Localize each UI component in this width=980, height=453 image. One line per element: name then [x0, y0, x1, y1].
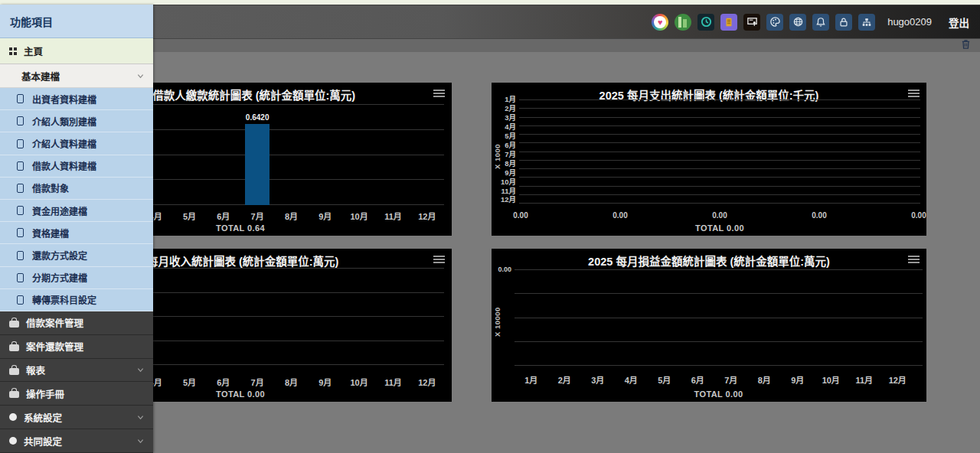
- x-axis-label: 7月: [240, 210, 274, 222]
- x-tick-label: 0.00: [908, 211, 929, 220]
- clock-icon[interactable]: [697, 14, 714, 31]
- sidebar-item-label: 報表: [26, 363, 45, 377]
- category-label: 11月: [496, 187, 516, 195]
- sidebar-item-loan-cases[interactable]: 借款案件管理: [0, 311, 153, 335]
- sidebar-item-reports[interactable]: 報表: [0, 359, 153, 383]
- sidebar-sub-item[interactable]: 出資者資料建檔: [0, 88, 153, 110]
- x-tick-label: 0.00: [510, 211, 531, 220]
- page-icon: [17, 206, 24, 215]
- total-label: TOTAL 0.00: [514, 389, 923, 399]
- category-label: 1月: [496, 96, 516, 103]
- y-axis-scale-label: X 10000: [493, 292, 501, 353]
- sidebar-sub-item[interactable]: 資格建檔: [0, 222, 153, 244]
- sitemap-icon[interactable]: [858, 14, 875, 31]
- chart-menu-icon[interactable]: [433, 256, 445, 265]
- sidebar-sub-item[interactable]: 借款對象: [0, 178, 153, 200]
- x-tick-label: 0.00: [609, 211, 631, 220]
- category-label: 12月: [496, 196, 516, 204]
- sidebar-item-label: 共同設定: [24, 434, 62, 448]
- sidebar-sub-item-label: 分期方式建檔: [32, 271, 87, 284]
- x-axis-label: 3月: [581, 373, 615, 386]
- x-axis-label: 2月: [548, 373, 582, 386]
- category-labels: 1月2月3月4月5月6月7月8月9月10月11月12月: [496, 96, 516, 204]
- chart-menu-icon[interactable]: [908, 90, 920, 99]
- x-axis-label: 10月: [342, 210, 376, 222]
- globe-icon[interactable]: [789, 14, 806, 31]
- chart-menu-icon[interactable]: [908, 256, 920, 265]
- x-axis-label: 8月: [274, 376, 308, 388]
- colorful-logo-icon[interactable]: ♥: [652, 14, 668, 31]
- category-label: 5月: [496, 132, 516, 140]
- briefcase-icon: [9, 344, 19, 351]
- logout-button[interactable]: 登出: [949, 15, 969, 30]
- page-icon: [17, 116, 24, 125]
- briefcase-icon: [9, 391, 19, 398]
- sidebar-item-label: 系統設定: [24, 410, 62, 425]
- x-axis-label: 6月: [681, 373, 715, 386]
- trash-icon[interactable]: [961, 39, 971, 53]
- bar-value-label: 0.6420: [246, 113, 270, 122]
- sidebar-item-case-repayment[interactable]: 案件還款管理: [0, 335, 153, 359]
- profit-chart-panel: 2025 每月損益金額統計圖表 (統計金額單位:萬元) X 10000 0.00…: [492, 249, 926, 402]
- sidebar-sub-item[interactable]: 介紹人類別建檔: [0, 110, 153, 132]
- sidebar-sub-item[interactable]: 轉傳票科目設定: [0, 289, 153, 311]
- sidebar-sub-item-label: 資金用途建檔: [32, 204, 87, 217]
- x-axis-label: 9月: [309, 210, 342, 222]
- x-axis-label: 10月: [815, 373, 848, 386]
- scroll-icon[interactable]: [720, 14, 737, 31]
- page-icon: [17, 94, 24, 103]
- x-axis-label: 11月: [376, 210, 410, 222]
- gridlines: [514, 269, 923, 366]
- x-axis-label: 11月: [376, 376, 410, 388]
- heart-glyph: ♥: [654, 16, 666, 28]
- category-label: 6月: [496, 142, 516, 149]
- home-grid-icon: [9, 47, 17, 55]
- sidebar-sub-item[interactable]: 資金用途建檔: [0, 200, 153, 222]
- sidebar-item-label: 借款案件管理: [26, 315, 83, 330]
- plot-area-4: [514, 269, 923, 366]
- chevron-down-icon: [137, 73, 144, 80]
- sidebar-sub-item-label: 還款方式設定: [32, 249, 87, 262]
- sidebar-sub-item[interactable]: 借款人資料建檔: [0, 155, 153, 178]
- sidebar-sub-item[interactable]: 介紹人資料建檔: [0, 132, 153, 155]
- chart-menu-icon[interactable]: [433, 90, 445, 99]
- lock-icon[interactable]: [835, 14, 852, 31]
- category-label: 8月: [496, 160, 516, 168]
- sidebar-sub-item[interactable]: 還款方式設定: [0, 244, 153, 266]
- sidebar-sub-item-label: 出資者資料建檔: [32, 93, 96, 106]
- briefcase-icon: [9, 321, 19, 328]
- x-axis-label: 6月: [207, 376, 240, 388]
- x-axis-label: 12月: [410, 210, 444, 222]
- sidebar-sub-item-label: 借款對象: [32, 181, 69, 194]
- x-axis-label: 7月: [240, 376, 274, 388]
- chart-title: 2025 每月損益金額統計圖表 (統計金額單位:萬元): [492, 253, 926, 269]
- sidebar-item-system-settings[interactable]: 系統設定: [0, 406, 153, 429]
- bell-icon[interactable]: [812, 14, 829, 31]
- sidebar-item-common-settings[interactable]: 共同設定: [0, 429, 153, 453]
- page-icon: [17, 139, 24, 148]
- sidebar-group-basic-setup[interactable]: 基本建檔: [0, 64, 153, 88]
- x-tick-label: 0.00: [808, 211, 830, 220]
- sidebar-item-home[interactable]: 主頁: [0, 38, 153, 64]
- x-axis-label: 8月: [748, 373, 782, 386]
- x-axis-label: 8月: [274, 210, 308, 222]
- x-axis-label: 5月: [172, 376, 206, 388]
- category-label: 10月: [496, 178, 516, 186]
- presentation-board-icon[interactable]: [743, 14, 760, 31]
- sidebar-sub-item-label: 資格建檔: [32, 226, 69, 240]
- sidebar-dark-items: 借款案件管理 案件還款管理 報表 操作手冊 系統設定 共同設定: [0, 311, 153, 453]
- sidebar-sub-item-label: 借款人資料建檔: [32, 159, 96, 172]
- sidebar-item-manual[interactable]: 操作手冊: [0, 382, 153, 406]
- palette-icon[interactable]: [766, 14, 783, 31]
- column-bar: 0.6420: [245, 124, 270, 205]
- page-icon: [17, 228, 24, 237]
- x-axis-label: 5月: [172, 210, 206, 222]
- chevron-down-icon: [137, 414, 144, 421]
- sidebar-item-label: 主頁: [24, 44, 43, 58]
- sidebar-sub-items: 出資者資料建檔 介紹人類別建檔 介紹人資料建檔 借款人資料建檔 借款對象 資金用…: [0, 88, 153, 311]
- app-icon-row: ♥: [652, 14, 875, 31]
- page-icon: [17, 184, 24, 193]
- sidebar-sub-item[interactable]: 分期方式建檔: [0, 267, 153, 289]
- x-tick-label: 0.00: [709, 211, 730, 220]
- green-logo-icon[interactable]: [675, 14, 691, 31]
